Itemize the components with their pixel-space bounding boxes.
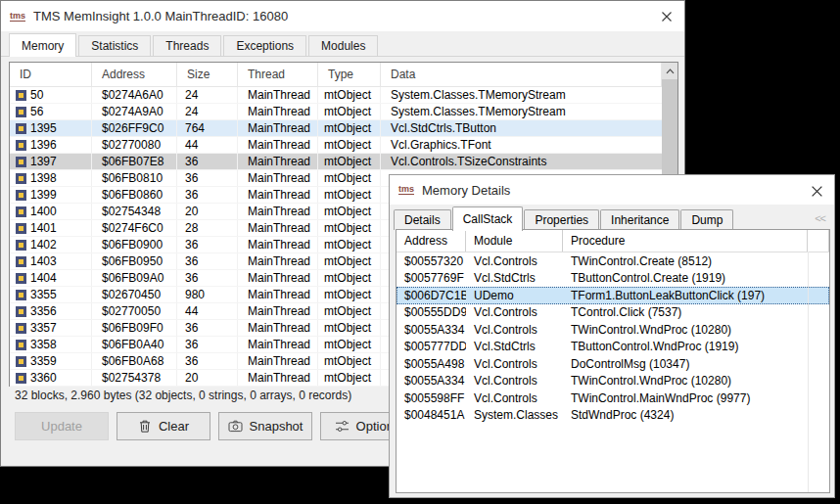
column-header-id[interactable]: ID [10, 63, 92, 86]
cell-thread: MainThread [238, 337, 318, 352]
cell-thread: MainThread [238, 120, 318, 136]
cell-size: 36 [177, 320, 238, 336]
status-text: 32 blocks, 2.960 bytes (32 objects, 0 st… [15, 389, 351, 402]
cell-id: 1402 [30, 238, 57, 252]
column-header-type[interactable]: Type [318, 63, 381, 86]
cell-address: $06FB09F0 [92, 320, 177, 336]
tab[interactable]: Exceptions [223, 35, 306, 56]
cell-address: $06FB09A0 [92, 270, 177, 286]
tab-label: Properties [535, 213, 588, 227]
tab[interactable]: Inheritance [600, 209, 679, 230]
cell-module: Vcl.StdCtrls [466, 339, 563, 356]
cell-type: mtObject [318, 137, 381, 153]
main-tabbar: Memory Statistics Threads Exceptions Mod… [1, 34, 684, 57]
cell-thread: MainThread [238, 154, 318, 169]
callstack-row[interactable]: $00555DD9 Vcl.Controls TControl.Click (7… [397, 304, 829, 322]
column-header-thread[interactable]: Thread [238, 63, 318, 86]
scroll-up-button[interactable] [662, 63, 677, 79]
table-row[interactable]: 1397 $06FB07E8 36 MainThread mtObject Vc… [10, 154, 677, 170]
callstack-row[interactable]: $0048451A System.Classes StdWndProc (432… [397, 407, 829, 425]
callstack-row[interactable]: $0055A334 Vcl.Controls TWinControl.WndPr… [397, 373, 829, 390]
callstack-row[interactable]: $00557320 Vcl.Controls TWinControl.Creat… [397, 252, 829, 270]
clear-button[interactable]: Clear [117, 412, 210, 440]
cell-type: mtObject [318, 253, 381, 269]
details-close-button[interactable] [806, 180, 827, 202]
cell-type: mtObject [318, 204, 381, 219]
cell-address: $006D7C1B [397, 287, 466, 304]
cell-size: 36 [177, 253, 238, 269]
callstack-row[interactable]: $006D7C1B UDemo TForm1.ButtonLeakButtonC… [397, 287, 829, 304]
cell-id: 1399 [30, 188, 57, 202]
cell-data: Vcl.Controls.TSizeConstraints [381, 154, 677, 169]
cell-module: UDemo [466, 287, 563, 304]
cell-address: $0048451A [397, 407, 466, 425]
object-icon [16, 223, 26, 234]
tab-label: CallStack [463, 212, 513, 226]
cell-id: 1401 [30, 221, 57, 235]
column-header-size[interactable]: Size [177, 63, 238, 86]
column-header-address[interactable]: Address [397, 230, 466, 252]
callstack-row[interactable]: $0057769F Vcl.StdCtrls TButtonControl.Cr… [397, 270, 829, 288]
tab[interactable]: CallStack [452, 206, 524, 231]
cell-address: $0274A9A0 [92, 104, 177, 119]
tab[interactable]: Dump [680, 209, 733, 230]
collapse-button[interactable]: << [815, 212, 825, 224]
callstack-row[interactable]: $0055A498 Vcl.Controls DoControlMsg (103… [397, 355, 829, 373]
tab[interactable]: Threads [153, 35, 221, 56]
tab-label: Exceptions [236, 39, 294, 53]
table-row[interactable]: 50 $0274A6A0 24 MainThread mtObject Syst… [10, 87, 677, 104]
cell-size: 28 [177, 220, 238, 236]
table-row[interactable]: 1396 $02770080 44 MainThread mtObject Vc… [10, 137, 677, 154]
close-button[interactable] [656, 6, 677, 27]
update-button[interactable]: Update [15, 412, 109, 440]
cell-type: mtObject [318, 337, 381, 352]
cell-id: 3355 [30, 288, 57, 301]
cell-type: mtObject [318, 353, 381, 369]
cell-id: 3360 [30, 371, 57, 385]
table-row[interactable]: 1395 $026FF9C0 764 MainThread mtObject V… [10, 120, 677, 137]
cell-thread: MainThread [238, 87, 318, 103]
table-row[interactable]: 56 $0274A9A0 24 MainThread mtObject Syst… [10, 104, 677, 120]
tab[interactable]: Memory [9, 33, 76, 57]
column-header-spacer [808, 230, 829, 252]
cell-module: Vcl.Controls [466, 373, 563, 390]
cell-address: $06FB0810 [92, 170, 177, 186]
cell-thread: MainThread [238, 204, 318, 219]
column-header-procedure[interactable]: Procedure [563, 230, 808, 252]
column-header-address[interactable]: Address [92, 63, 177, 86]
callstack-row[interactable]: $005777DD Vcl.StdCtrls TButtonControl.Wn… [397, 339, 829, 356]
details-titlebar[interactable]: tms Memory Details [390, 175, 834, 205]
callstack-row[interactable]: $005598FF Vcl.Controls TWinControl.MainW… [397, 389, 829, 407]
tab[interactable]: Statistics [78, 35, 151, 56]
cell-thread: MainThread [238, 104, 318, 119]
tms-logo-icon: tms [10, 12, 25, 22]
cell-type: mtObject [318, 104, 381, 119]
cell-id: 1403 [30, 254, 57, 268]
cell-size: 36 [177, 353, 238, 369]
callstack-table-body: $00557320 Vcl.Controls TWinControl.Creat… [397, 252, 829, 424]
sliders-icon [335, 420, 350, 433]
snapshot-button[interactable]: Snapshot [218, 412, 312, 440]
callstack-row[interactable]: $0055A334 Vcl.Controls TWinControl.WndPr… [397, 321, 829, 339]
cell-size: 24 [177, 87, 238, 103]
tab[interactable]: Properties [524, 209, 599, 230]
details-window-title: Memory Details [422, 183, 510, 198]
cell-thread: MainThread [238, 220, 318, 236]
object-icon [16, 173, 26, 184]
column-divider [808, 252, 809, 492]
object-icon [16, 140, 26, 151]
cell-size: 36 [177, 154, 238, 169]
column-header-module[interactable]: Module [466, 230, 563, 252]
tab[interactable]: Details [394, 209, 451, 230]
cell-type: mtObject [318, 120, 381, 136]
cell-id: 1395 [30, 121, 57, 135]
cell-thread: MainThread [238, 270, 318, 286]
cell-procedure: TWinControl.MainWndProc (9977) [563, 389, 808, 407]
callstack-table-header: Address Module Procedure [397, 230, 829, 252]
update-button-label: Update [41, 419, 82, 434]
close-icon [661, 11, 673, 23]
object-icon [16, 123, 26, 134]
main-titlebar[interactable]: tms TMS MemInsight 1.0.0 MainThreadID: 1… [1, 1, 684, 31]
column-header-data[interactable]: Data [381, 63, 662, 86]
tab[interactable]: Modules [308, 35, 378, 56]
